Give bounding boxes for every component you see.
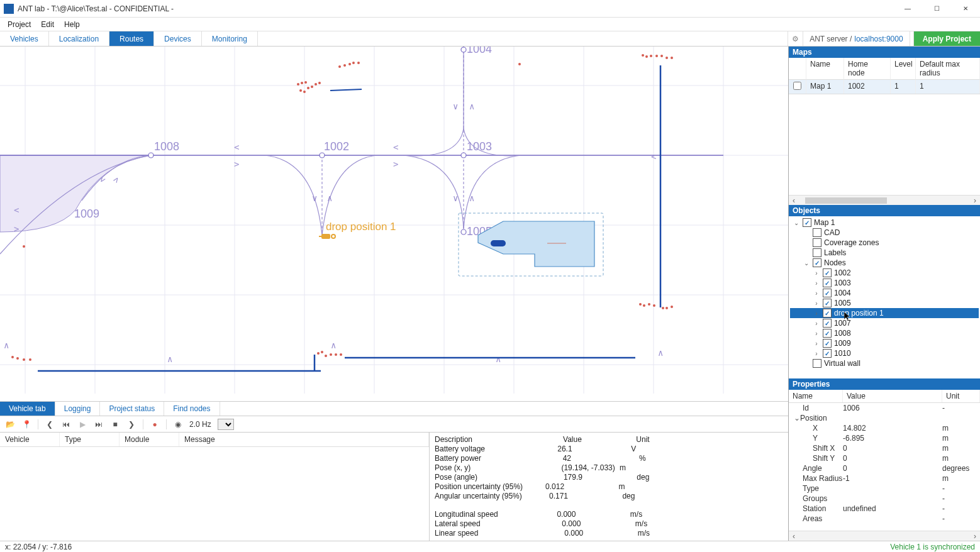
objects-panel-header: Objects [789,205,980,216]
folder-open-icon[interactable]: 📂 [5,419,15,429]
tree-nodes[interactable]: ⌄Nodes [790,258,979,268]
props-hscroll[interactable]: ‹› [789,531,980,541]
svg-point-24 [461,229,466,235]
svg-point-87 [321,351,323,353]
col-message[interactable]: Message [179,433,429,446]
svg-point-86 [317,352,320,355]
tree-node-1004[interactable]: ›1004 [790,288,979,298]
svg-point-73 [639,303,642,306]
tab-vehicles[interactable]: Vehicles [0,31,49,46]
svg-text:<: < [234,142,239,152]
maps-col-home[interactable]: Home node [844,58,891,80]
svg-point-53 [301,82,303,84]
server-indicator[interactable]: ANT server / localhost:9000 [803,31,910,46]
tree-node-1005[interactable]: ›1005 [790,298,979,308]
tree-node-1002[interactable]: ›1002 [790,268,979,278]
tab-localization[interactable]: Localization [49,31,109,46]
col-vehicle[interactable]: Vehicle [0,433,60,446]
svg-point-79 [671,306,673,308]
prop-col-name[interactable]: Name [789,390,843,402]
objects-tree[interactable]: ⌄Map 1 CAD Coverage zones Labels ⌄Nodes … [789,216,980,378]
step-back-icon[interactable]: ❮ [45,419,55,429]
prop-col-unit[interactable]: Unit [942,390,980,402]
target-icon[interactable]: ◉ [173,419,183,429]
svg-text:∧: ∧ [167,354,172,364]
properties-panel[interactable]: Name Value Unit Id1006- ⌄Position X14.80… [789,390,980,541]
menu-edit[interactable]: Edit [36,19,59,30]
tab-devices[interactable]: Devices [154,31,202,46]
col-type[interactable]: Type [60,433,120,446]
menu-project[interactable]: Project [3,19,36,30]
maps-hscroll[interactable]: ‹› [789,195,980,205]
tree-labels[interactable]: Labels [790,248,979,258]
maps-panel-header: Maps [789,47,980,58]
vehicle-description-panel[interactable]: Description Value Unit Battery voltage 2… [430,433,788,541]
svg-point-74 [643,304,645,307]
svg-text:>: > [393,159,398,169]
skip-start-icon[interactable]: ⏮ [61,419,71,429]
step-forward-icon[interactable]: ❯ [126,419,136,429]
svg-point-75 [648,303,650,306]
svg-point-80 [11,356,14,358]
pin-icon[interactable]: 📍 [21,419,31,429]
canvas-label-1009: 1009 [74,207,99,220]
svg-point-83 [29,358,31,361]
tree-node-1008[interactable]: ›1008 [790,328,979,338]
canvas-label-drop: drop position 1 [326,221,396,233]
tab-monitoring[interactable]: Monitoring [202,31,258,46]
settings-gear-icon[interactable]: ⚙ [788,31,803,46]
maps-row-checkbox[interactable] [793,82,801,90]
svg-point-58 [311,86,313,88]
tree-node-1007[interactable]: ›1007 [790,318,979,328]
tree-node-1009[interactable]: ›1009 [790,338,979,348]
app-icon [4,4,14,14]
tab-project-status[interactable]: Project status [100,402,164,416]
message-list[interactable]: Vehicle Type Module Message [0,433,430,541]
tree-coverage[interactable]: Coverage zones [790,238,979,248]
tree-virtual-wall[interactable]: Virtual wall [790,358,979,368]
route-canvas[interactable]: 1008 1002 1003 1004 1005 1009 drop posit… [0,47,788,401]
svg-text:<: < [393,142,398,152]
svg-point-89 [330,353,332,356]
maps-col-name[interactable]: Name [806,58,844,80]
maps-row-map1[interactable]: Map 1 1002 1 1 [789,80,980,94]
svg-point-59 [315,83,317,86]
tab-vehicle-tab[interactable]: Vehicle tab [0,402,55,416]
svg-point-68 [650,55,652,57]
tab-routes[interactable]: Routes [109,31,154,46]
prop-col-value[interactable]: Value [843,390,942,402]
canvas-label-1008: 1008 [154,140,179,153]
play-icon[interactable]: ▶ [77,419,87,429]
tree-node-1003[interactable]: ›1003 [790,278,979,288]
minimize-button[interactable]: — [893,0,922,18]
stop-icon[interactable]: ■ [110,419,120,429]
maps-table[interactable]: Name Home node Level Default max radius … [789,58,980,94]
tab-logging[interactable]: Logging [55,402,101,416]
col-module[interactable]: Module [120,433,179,446]
apply-project-button[interactable]: Apply Project [913,31,980,46]
tree-cad[interactable]: CAD [790,228,979,238]
close-button[interactable]: ✕ [951,0,980,18]
maximize-button[interactable]: ☐ [922,0,951,18]
playback-toolbar: 📂 📍 ❮ ⏮ ▶ ⏭ ■ ❯ ● ◉ 2.0 Hz [0,416,788,433]
skip-end-icon[interactable]: ⏭ [94,419,104,429]
tab-find-nodes[interactable]: Find nodes [164,402,220,416]
svg-line-92 [330,89,362,91]
tree-node-drop-position[interactable]: ›drop position 1 [790,308,979,318]
tree-node-1010[interactable]: ›1010 [790,348,979,358]
svg-point-91 [340,353,342,356]
svg-text:∧: ∧ [658,348,663,358]
server-label: ANT server / [810,35,852,43]
svg-point-21 [320,153,325,158]
maps-col-level[interactable]: Level [891,58,916,80]
svg-text:>: > [110,175,121,185]
maps-col-radius[interactable]: Default max radius [916,58,980,80]
svg-point-81 [16,357,19,360]
svg-point-84 [23,245,25,248]
svg-text:∨: ∨ [453,101,458,111]
title-bar: ANT lab - T:\@Alice\Test.al - CONFIDENTI… [0,0,980,18]
tree-map1[interactable]: ⌄Map 1 [790,218,979,228]
record-icon[interactable]: ● [150,419,160,429]
menu-help[interactable]: Help [59,19,85,30]
playback-rate-select[interactable] [218,419,234,430]
